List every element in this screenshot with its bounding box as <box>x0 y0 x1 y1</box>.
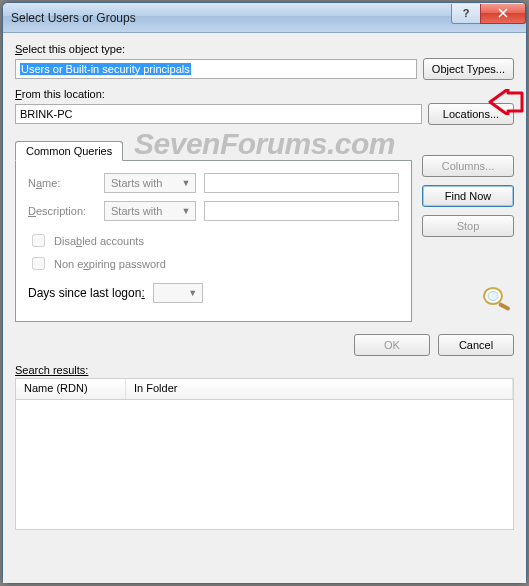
chevron-down-icon: ▼ <box>179 206 193 216</box>
common-queries-panel: Name: Starts with ▼ Description: Starts … <box>15 160 412 322</box>
name-match-value: Starts with <box>111 177 162 189</box>
find-now-button[interactable]: Find Now <box>422 185 514 207</box>
chevron-down-icon: ▼ <box>179 178 193 188</box>
cancel-button[interactable]: Cancel <box>438 334 514 356</box>
non-expiring-label: Non expiring password <box>54 258 166 270</box>
tab-common-queries[interactable]: Common Queries <box>15 141 123 161</box>
search-results-label: Search results: <box>15 364 514 376</box>
description-label: Description: <box>28 205 96 217</box>
name-match-combo[interactable]: Starts with ▼ <box>104 173 196 193</box>
results-col-folder[interactable]: In Folder <box>126 379 513 399</box>
non-expiring-checkbox[interactable]: Non expiring password <box>28 254 399 273</box>
location-label: From this location: <box>15 88 514 100</box>
columns-button[interactable]: Columns... <box>422 155 514 177</box>
titlebar-buttons: ? <box>452 4 526 24</box>
days-since-logon-label: Days since last logon: <box>28 286 145 300</box>
object-type-input[interactable]: Users or Built-in security principals <box>15 59 417 79</box>
results-col-name[interactable]: Name (RDN) <box>16 379 126 399</box>
dialog-window: Select Users or Groups ? Select this obj… <box>2 2 527 584</box>
description-match-combo[interactable]: Starts with ▼ <box>104 201 196 221</box>
disabled-accounts-checkbox[interactable]: Disabled accounts <box>28 231 399 250</box>
locations-button[interactable]: Locations... <box>428 103 514 125</box>
object-types-button[interactable]: Object Types... <box>423 58 514 80</box>
name-label: Name: <box>28 177 96 189</box>
object-type-label: Select this object type: <box>15 43 514 55</box>
description-input[interactable] <box>204 201 399 221</box>
svg-point-1 <box>488 292 498 301</box>
disabled-accounts-input[interactable] <box>32 234 45 247</box>
location-input[interactable]: BRINK-PC <box>15 104 422 124</box>
close-icon <box>497 8 509 18</box>
stop-button[interactable]: Stop <box>422 215 514 237</box>
search-magnifier-icon <box>422 285 514 313</box>
name-input[interactable] <box>204 173 399 193</box>
disabled-accounts-label: Disabled accounts <box>54 235 144 247</box>
description-match-value: Starts with <box>111 205 162 217</box>
svg-rect-2 <box>498 302 510 311</box>
titlebar[interactable]: Select Users or Groups ? <box>3 3 526 33</box>
object-type-value: Users or Built-in security principals <box>20 63 191 75</box>
close-button[interactable] <box>480 4 526 24</box>
help-button[interactable]: ? <box>451 4 481 24</box>
window-title: Select Users or Groups <box>11 11 452 25</box>
ok-button[interactable]: OK <box>354 334 430 356</box>
non-expiring-input[interactable] <box>32 257 45 270</box>
results-header[interactable]: Name (RDN) In Folder <box>15 378 514 400</box>
dialog-content: Select this object type: Users or Built-… <box>3 33 526 583</box>
days-since-logon-combo[interactable]: ▼ <box>153 283 203 303</box>
chevron-down-icon: ▼ <box>186 288 200 298</box>
results-list[interactable] <box>15 400 514 530</box>
